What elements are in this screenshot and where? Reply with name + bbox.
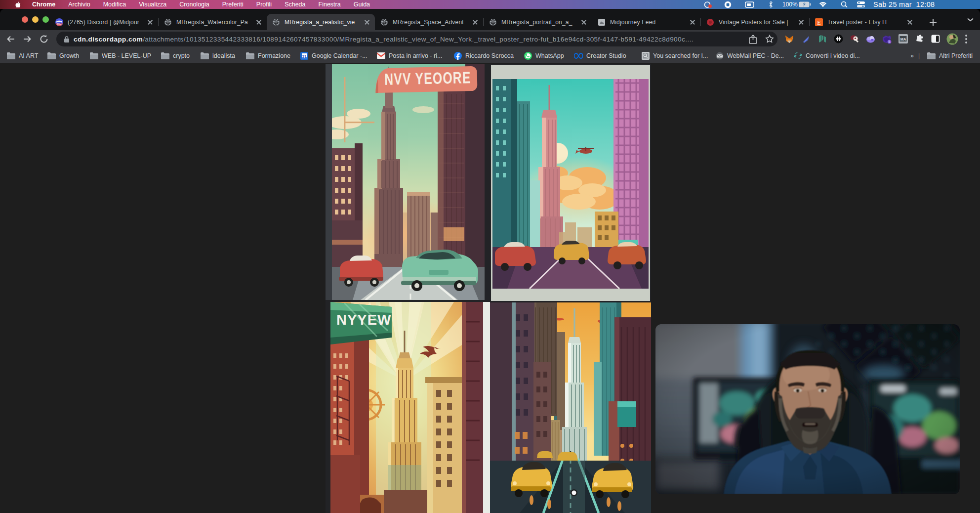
svg-text:NVV YEOORE: NVV YEOORE [384,69,471,88]
svg-text:E: E [817,19,820,26]
svg-text:2%+: 2%+ [57,23,62,25]
svg-text:31: 31 [302,53,307,58]
svg-text:MA: MA [900,37,906,42]
svg-text:5: 5 [888,40,891,44]
svg-text:NYYEW: NYYEW [336,312,391,328]
